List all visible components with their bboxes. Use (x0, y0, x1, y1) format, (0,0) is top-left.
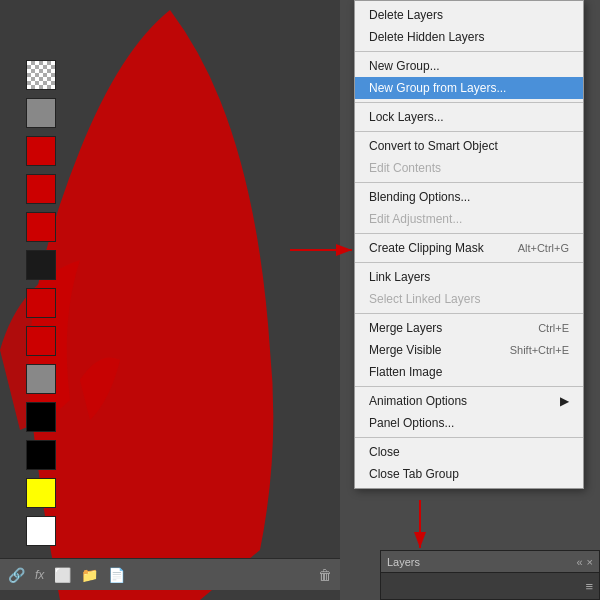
layer-thumbnail (26, 516, 56, 546)
layer-thumbnail (26, 174, 56, 204)
menu-item-label: Create Clipping Mask (369, 241, 484, 255)
context-menu-item[interactable]: Close (355, 441, 583, 463)
menu-separator (355, 262, 583, 263)
menu-item-label: Flatten Image (369, 365, 442, 379)
new-layer-icon[interactable]: 📄 (108, 567, 125, 583)
layer-thumbnail (26, 364, 56, 394)
fx-icon[interactable]: fx (35, 568, 44, 582)
menu-item-label: Convert to Smart Object (369, 139, 498, 153)
menu-separator (355, 386, 583, 387)
context-menu-item[interactable]: Blending Options... (355, 186, 583, 208)
context-menu-item[interactable]: New Group from Layers... (355, 77, 583, 99)
menu-item-label: Animation Options (369, 394, 467, 408)
mini-close-icon[interactable]: × (587, 556, 593, 568)
menu-item-label: Close Tab Group (369, 467, 459, 481)
layer-thumbnail (26, 98, 56, 128)
menu-item-label: Link Layers (369, 270, 430, 284)
menu-item-label: Delete Layers (369, 8, 443, 22)
layer-thumbnail (26, 250, 56, 280)
menu-item-shortcut: Shift+Ctrl+E (510, 344, 569, 356)
menu-separator (355, 131, 583, 132)
context-menu-item[interactable]: Create Clipping MaskAlt+Ctrl+G (355, 237, 583, 259)
context-menu-item: Edit Contents (355, 157, 583, 179)
menu-item-label: Panel Options... (369, 416, 454, 430)
mini-layers-title: Layers (387, 556, 572, 568)
layer-thumbnail (26, 478, 56, 508)
layer-thumbnail (26, 326, 56, 356)
menu-item-label: Edit Adjustment... (369, 212, 462, 226)
menu-separator (355, 313, 583, 314)
context-menu-item: Edit Adjustment... (355, 208, 583, 230)
menu-item-arrow-icon: ▶ (560, 394, 569, 408)
layer-thumbnail (26, 60, 56, 90)
context-menu-item[interactable]: Merge LayersCtrl+E (355, 317, 583, 339)
menu-item-label: Delete Hidden Layers (369, 30, 484, 44)
layer-thumbnail (26, 212, 56, 242)
context-menu-item[interactable]: Close Tab Group (355, 463, 583, 485)
layer-thumbnail (26, 136, 56, 166)
menu-separator (355, 182, 583, 183)
menu-item-label: Blending Options... (369, 190, 470, 204)
context-menu-item[interactable]: New Group... (355, 55, 583, 77)
context-menu-item[interactable]: Merge VisibleShift+Ctrl+E (355, 339, 583, 361)
menu-item-label: Close (369, 445, 400, 459)
menu-separator (355, 233, 583, 234)
context-menu-item[interactable]: Lock Layers... (355, 106, 583, 128)
context-menu-item: Select Linked Layers (355, 288, 583, 310)
context-menu-item[interactable]: Link Layers (355, 266, 583, 288)
mini-menu-icon[interactable]: ≡ (585, 579, 593, 594)
layer-thumbnail (26, 288, 56, 318)
context-menu-item[interactable]: Delete Layers (355, 4, 583, 26)
mini-collapse-icon[interactable]: « (576, 556, 582, 568)
menu-item-label: New Group from Layers... (369, 81, 506, 95)
context-menu-item[interactable]: Convert to Smart Object (355, 135, 583, 157)
new-group-icon[interactable]: 📁 (81, 567, 98, 583)
context-menu: Delete LayersDelete Hidden LayersNew Gro… (354, 0, 584, 489)
layers-panel: Normal Opacity: ▼ Lock: ⬚ ✏ ✛ 🔒 Fill: ▼ … (0, 0, 340, 590)
context-menu-item[interactable]: Delete Hidden Layers (355, 26, 583, 48)
menu-item-label: Merge Layers (369, 321, 442, 335)
menu-item-shortcut: Alt+Ctrl+G (518, 242, 569, 254)
link-layers-icon[interactable]: 🔗 (8, 567, 25, 583)
menu-item-label: New Group... (369, 59, 440, 73)
context-menu-item[interactable]: Animation Options▶ (355, 390, 583, 412)
menu-separator (355, 437, 583, 438)
mini-layers-header: Layers « × (381, 551, 599, 573)
context-menu-item[interactable]: Panel Options... (355, 412, 583, 434)
layer-thumbnail (26, 440, 56, 470)
menu-item-label: Lock Layers... (369, 110, 444, 124)
layers-footer: 🔗 fx ⬜ 📁 📄 🗑 (0, 558, 340, 590)
layer-thumbnail (26, 402, 56, 432)
menu-separator (355, 51, 583, 52)
context-menu-item[interactable]: Flatten Image (355, 361, 583, 383)
menu-item-label: Select Linked Layers (369, 292, 480, 306)
menu-item-label: Edit Contents (369, 161, 441, 175)
add-mask-icon[interactable]: ⬜ (54, 567, 71, 583)
menu-item-label: Merge Visible (369, 343, 441, 357)
menu-separator (355, 102, 583, 103)
menu-item-shortcut: Ctrl+E (538, 322, 569, 334)
delete-layer-icon[interactable]: 🗑 (318, 567, 332, 583)
mini-layers-panel: Layers « × ≡ (380, 550, 600, 600)
